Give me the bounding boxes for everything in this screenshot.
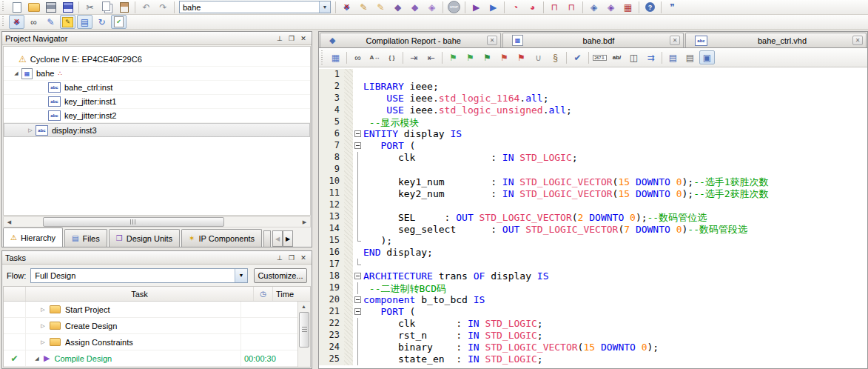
- copy-icon[interactable]: [99, 0, 115, 14]
- fold-margin[interactable]: [353, 306, 363, 318]
- simulator-icon[interactable]: ⊓: [547, 0, 562, 14]
- bookmark-toggle-icon[interactable]: ⚑: [445, 50, 461, 64]
- code-editor[interactable]: 12LIBRARY ieee;3 USE ieee.std_logic_1164…: [319, 67, 867, 368]
- editor-tab[interactable]: bahe.bdf✕: [502, 33, 684, 47]
- outdent-icon[interactable]: ⇤: [423, 50, 439, 64]
- fold-margin[interactable]: [353, 81, 363, 93]
- rtl-viewer-icon[interactable]: ◈: [586, 0, 602, 14]
- expander-icon[interactable]: ▷: [38, 339, 48, 345]
- paste-icon[interactable]: [116, 0, 132, 14]
- scroll-right-icon[interactable]: ▶: [299, 217, 310, 227]
- timequest-icon[interactable]: ◔: [508, 0, 523, 14]
- design-check-icon[interactable]: [111, 15, 127, 29]
- page-setup-icon[interactable]: ▤: [682, 50, 698, 64]
- fold-margin[interactable]: [353, 259, 363, 270]
- chevron-down-icon[interactable]: ▼: [319, 1, 330, 13]
- new-file-icon[interactable]: [9, 0, 24, 14]
- close-icon[interactable]: ✕: [487, 36, 497, 45]
- feedback-icon[interactable]: ❞: [665, 0, 680, 14]
- match-braces-icon[interactable]: { }: [384, 50, 400, 64]
- tab-ip-components[interactable]: ✶IP Components: [181, 229, 262, 247]
- tree-item[interactable]: Cyclone IV E: EP4CE40F29C6: [4, 53, 310, 67]
- scroll-up-icon[interactable]: ▲: [298, 302, 309, 311]
- navigator-hscrollbar[interactable]: ◀ ▶: [3, 216, 311, 227]
- tab-scroll-left-icon[interactable]: ◀: [272, 230, 283, 247]
- fold-margin[interactable]: [353, 69, 363, 81]
- drag-handle[interactable]: [2, 1, 6, 13]
- tree-item[interactable]: key_jitter:inst1: [4, 95, 310, 109]
- save-all-icon[interactable]: [60, 0, 75, 14]
- expander-icon[interactable]: ▷: [38, 323, 48, 329]
- attach-icon[interactable]: ∪: [531, 50, 546, 64]
- programmer-icon[interactable]: ▦: [620, 0, 636, 14]
- fold-collapse-icon[interactable]: [354, 296, 361, 303]
- task-cell[interactable]: ▷Start Project: [26, 302, 241, 317]
- dock-splitter[interactable]: [312, 30, 318, 369]
- flow-combobox[interactable]: Full Design ▼: [30, 268, 248, 283]
- tab-scroll-right-icon[interactable]: ▶: [283, 230, 293, 247]
- find-icon[interactable]: ∞: [26, 15, 41, 29]
- fold-margin[interactable]: [353, 128, 363, 140]
- tree-item[interactable]: key_jitter:inst2: [4, 109, 310, 123]
- fold-collapse-icon[interactable]: [354, 273, 361, 279]
- notes-icon[interactable]: [60, 15, 75, 29]
- indent-icon[interactable]: ⇥: [406, 50, 422, 64]
- undo-icon[interactable]: ↶: [138, 0, 154, 14]
- fold-collapse-icon[interactable]: [354, 308, 361, 315]
- timing-analyzer-icon[interactable]: ◕: [525, 0, 540, 14]
- close-icon[interactable]: ✕: [852, 36, 863, 45]
- compiler-icon[interactable]: [339, 0, 354, 14]
- macro-icon[interactable]: §: [548, 50, 563, 64]
- format-options-icon[interactable]: ▤: [665, 50, 681, 64]
- fold-margin[interactable]: [353, 223, 363, 235]
- fold-margin[interactable]: [353, 140, 363, 152]
- task-row[interactable]: ▷Create Design: [4, 318, 297, 334]
- start-analysis-icon[interactable]: ▶: [485, 0, 501, 14]
- vscroll-thumb[interactable]: [299, 312, 309, 348]
- fold-margin[interactable]: [353, 116, 363, 128]
- fold-margin[interactable]: [353, 187, 363, 199]
- tab-partial[interactable]: [263, 230, 271, 247]
- task-row[interactable]: ✔◢▶Compile Design00:00:30: [4, 350, 297, 367]
- comment-icon[interactable]: [609, 50, 625, 64]
- fold-collapse-icon[interactable]: [354, 142, 361, 149]
- task-column-header[interactable]: Task: [26, 287, 254, 301]
- drag-handle[interactable]: [321, 50, 325, 65]
- split-view-icon[interactable]: ◫: [626, 50, 642, 64]
- bookmark-delete-all-icon[interactable]: ⚑: [514, 50, 529, 64]
- hscroll-thumb[interactable]: [43, 217, 224, 227]
- expander-icon[interactable]: ◢: [11, 70, 21, 76]
- fold-margin[interactable]: [353, 199, 363, 211]
- tree-item[interactable]: bahe_ctrl:inst: [4, 81, 310, 95]
- close-icon[interactable]: ✕: [670, 36, 680, 45]
- find-icon[interactable]: ∞: [350, 50, 366, 64]
- fold-margin[interactable]: [353, 318, 363, 330]
- bookmark-delete-icon[interactable]: ⚑: [497, 50, 512, 64]
- bookmark-previous-icon[interactable]: ⚑: [480, 50, 495, 64]
- save-icon[interactable]: [43, 0, 58, 14]
- report-icon[interactable]: ▤: [77, 15, 92, 29]
- editor-tab[interactable]: ◆Compilation Report - bahe✕: [320, 33, 501, 47]
- project-select-combobox[interactable]: bahe▼: [179, 1, 331, 13]
- fold-margin[interactable]: [353, 282, 363, 294]
- stop-icon[interactable]: [446, 0, 462, 14]
- assembler-icon[interactable]: ◈: [424, 0, 440, 14]
- replace-icon[interactable]: A↔: [367, 50, 383, 64]
- bookmark-next-icon[interactable]: ⚑: [462, 50, 478, 64]
- time-column-header[interactable]: Time: [273, 287, 310, 301]
- fold-margin[interactable]: [353, 330, 363, 342]
- view-report-icon[interactable]: ▣: [699, 50, 715, 64]
- fold-collapse-icon[interactable]: [354, 130, 361, 137]
- expander-icon[interactable]: ▷: [38, 307, 48, 313]
- task-cell[interactable]: ▷Assign Constraints: [26, 334, 241, 350]
- assignment-editor-icon[interactable]: ✎: [373, 0, 388, 14]
- fold-margin[interactable]: [353, 104, 363, 116]
- analyze-file-icon[interactable]: ✔: [570, 50, 585, 64]
- edit-icon[interactable]: ✎: [43, 15, 58, 29]
- goto-icon[interactable]: ⇉: [643, 50, 659, 64]
- customize-button[interactable]: Customize...: [254, 268, 307, 283]
- fold-margin[interactable]: [353, 353, 363, 365]
- tree-item[interactable]: ◢bahe∴: [4, 67, 310, 81]
- fold-margin[interactable]: [353, 93, 363, 104]
- tech-map-viewer-icon[interactable]: ◈: [603, 0, 619, 14]
